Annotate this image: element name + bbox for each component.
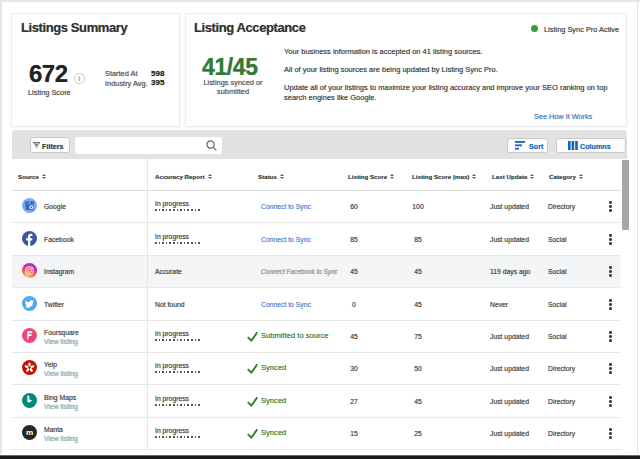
svg-text:m: m <box>26 428 33 437</box>
